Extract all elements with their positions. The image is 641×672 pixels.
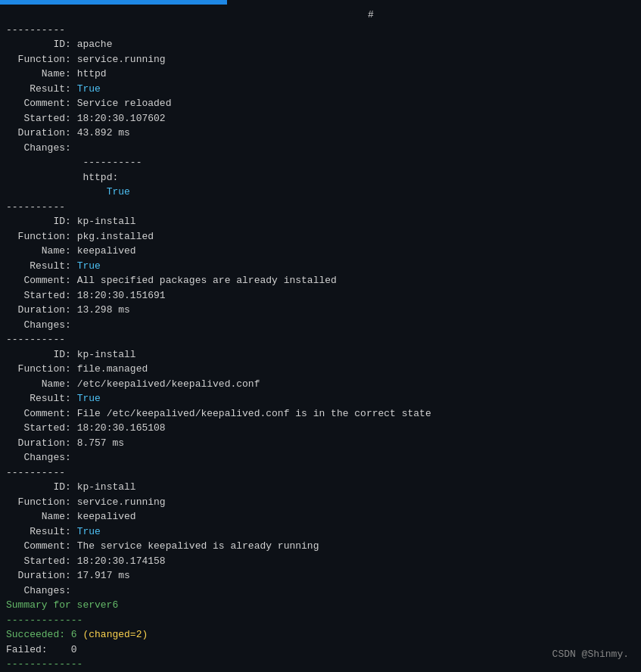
entry-changes-apache: Changes: [6, 141, 635, 156]
summary-divider-1: ------------- [6, 613, 635, 628]
entry-id-kp1: ID: kp-install [6, 214, 635, 229]
entry-changes-kp1: Changes: [6, 318, 635, 333]
entry-name-kp1: Name: keepalived [6, 244, 635, 259]
entry-started-apache: Started: 18:20:30.107602 [6, 111, 635, 126]
entry-comment-apache: Comment: Service reloaded [6, 96, 635, 111]
divider-0: ---------- [6, 23, 635, 38]
entry-id-apache: ID: apache [6, 37, 635, 52]
entry-name-apache: Name: httpd [6, 67, 635, 82]
sub-key-httpd: httpd: [6, 170, 635, 185]
entry-changes-kp3: Changes: [6, 583, 635, 599]
divider-3: ---------- [6, 465, 635, 481]
entry-name-kp2: Name: /etc/keepalived/keepalived.conf [6, 377, 635, 392]
entry-started-kp1: Started: 18:20:30.151691 [6, 288, 635, 303]
entry-comment-kp2: Comment: File /etc/keepalived/keepalived… [6, 406, 635, 422]
summary-divider-2: ------------- [6, 657, 635, 672]
entry-started-kp3: Started: 18:20:30.174158 [6, 554, 635, 569]
entry-func-kp2: Function: file.managed [6, 362, 635, 377]
entry-func-kp1: Function: pkg.installed [6, 229, 635, 244]
entry-result-kp1: Result: True [6, 259, 635, 274]
watermark: CSDN @Shinmy. [552, 649, 629, 660]
entry-func-apache: Function: service.running [6, 52, 635, 67]
entry-result-kp3: Result: True [6, 524, 635, 540]
entry-duration-kp2: Duration: 8.757 ms [6, 436, 635, 451]
entry-result-apache: Result: True [6, 82, 635, 97]
entry-started-kp2: Started: 18:20:30.165108 [6, 421, 635, 436]
entry-name-kp3: Name: keepalived [6, 509, 635, 524]
divider-2: ---------- [6, 332, 635, 347]
summary-header: Summary for server6 [6, 598, 635, 613]
failed-line: Failed: 0 [6, 642, 635, 658]
sub-value-httpd: True [6, 185, 635, 200]
entry-id-kp3: ID: kp-install [6, 480, 635, 495]
entry-duration-kp3: Duration: 17.917 ms [6, 568, 635, 583]
entry-result-kp2: Result: True [6, 391, 635, 406]
entry-changes-kp2: Changes: [6, 450, 635, 465]
hash-line: # [6, 8, 635, 23]
divider-1: ---------- [6, 200, 635, 215]
entry-comment-kp3: Comment: The service keepalived is alrea… [6, 539, 635, 554]
succeeded-line: Succeeded: 6 (changed=2) [6, 627, 635, 642]
entry-duration-apache: Duration: 43.892 ms [6, 126, 635, 141]
entry-id-kp2: ID: kp-install [6, 347, 635, 362]
entry-duration-kp1: Duration: 13.298 ms [6, 303, 635, 318]
sub-divider-apache: ---------- [6, 155, 635, 170]
terminal-window: # ---------- ID: apache Function: servic… [0, 0, 641, 672]
entry-comment-kp1: Comment: All specified packages are alre… [6, 273, 635, 288]
entry-func-kp3: Function: service.running [6, 495, 635, 510]
terminal-content: # ---------- ID: apache Function: servic… [0, 5, 641, 672]
